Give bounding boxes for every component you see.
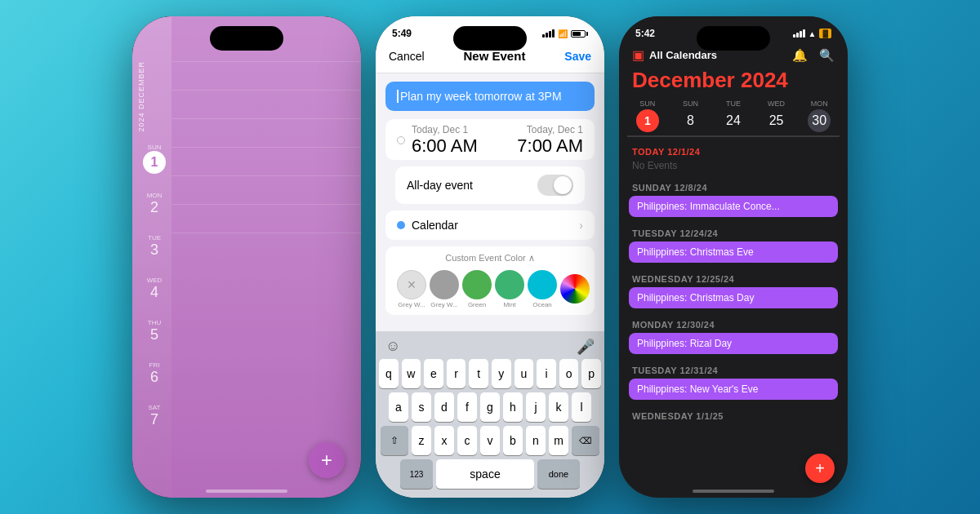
key-i[interactable]: i	[537, 359, 556, 388]
color-section: Custom Event Color ∧ Grey W... Grey W...…	[385, 246, 595, 315]
key-z[interactable]: z	[412, 426, 431, 455]
key-done[interactable]: done	[537, 459, 580, 489]
event-christmas-eve[interactable]: Philippines: Christmas Eve	[629, 241, 838, 263]
color-swatch-none	[397, 270, 426, 299]
events-list: TODAY 12/1/24 No Events SUNDAY 12/8/24 P…	[619, 140, 848, 465]
color-item-rainbow[interactable]	[560, 274, 590, 305]
section-mon30-header: MONDAY 12/30/24	[629, 313, 838, 333]
key-g[interactable]: g	[480, 392, 500, 422]
signal-icon-3	[793, 29, 805, 38]
key-shift[interactable]: ⇧	[381, 426, 408, 455]
day-sat-7-label: SAT	[149, 404, 161, 411]
mini-day-1-num: 1	[636, 109, 659, 132]
event-christmas-day[interactable]: Philippines: Christmas Day	[629, 287, 838, 308]
microphone-icon[interactable]: 🎤	[577, 338, 595, 356]
key-t[interactable]: t	[469, 359, 488, 388]
key-h[interactable]: h	[503, 392, 523, 422]
emoji-icon[interactable]: ☺	[385, 338, 400, 356]
key-x[interactable]: x	[434, 426, 454, 455]
calendar-row[interactable]: Calendar ›	[385, 210, 595, 240]
day-mon-2-num: 2	[150, 199, 158, 216]
key-a[interactable]: a	[389, 392, 408, 422]
start-date-label: Today, Dec 1	[412, 124, 494, 135]
dynamic-island-1	[210, 26, 283, 51]
key-p[interactable]: p	[581, 359, 601, 388]
sidebar-year-label: 2024 DECEMBER	[137, 61, 172, 132]
search-icon[interactable]: 🔍	[819, 48, 835, 63]
add-event-button-3[interactable]: +	[805, 454, 835, 483]
calendar-color-dot	[397, 221, 405, 229]
key-k[interactable]: k	[549, 392, 568, 422]
key-y[interactable]: y	[492, 359, 511, 388]
week-grid	[172, 16, 361, 498]
key-n[interactable]: n	[526, 426, 546, 455]
mini-day-30[interactable]: MON 30	[799, 100, 840, 132]
color-item-grey[interactable]: Grey W...	[430, 270, 459, 308]
day-sat-7-num: 7	[150, 411, 158, 428]
key-d[interactable]: d	[434, 392, 454, 422]
color-swatch-mint	[495, 270, 524, 299]
color-item-mint[interactable]: Mint	[495, 270, 524, 308]
key-f[interactable]: f	[457, 392, 477, 422]
month-title: December 2024	[619, 66, 848, 100]
save-button[interactable]: Save	[564, 50, 591, 63]
new-event-title: New Event	[464, 49, 526, 63]
mini-day-8-num: 8	[679, 109, 702, 132]
keyboard-row-2: a s d f g h j k l	[379, 392, 601, 422]
key-numbers[interactable]: 123	[400, 459, 433, 489]
key-r[interactable]: r	[447, 359, 466, 388]
key-o[interactable]: o	[559, 359, 579, 388]
day-tue-3-num: 3	[150, 241, 158, 259]
key-space[interactable]: space	[436, 459, 534, 489]
event-rizal-day[interactable]: Philippines: Rizal Day	[629, 333, 838, 354]
color-item-ocean[interactable]: Ocean	[528, 270, 557, 308]
key-s[interactable]: s	[412, 392, 431, 422]
add-event-button[interactable]: +	[309, 442, 345, 478]
color-item-green[interactable]: Green	[462, 270, 492, 308]
key-c[interactable]: c	[457, 426, 477, 455]
key-m[interactable]: m	[549, 426, 568, 455]
key-l[interactable]: l	[572, 392, 591, 422]
home-indicator-3	[693, 490, 774, 493]
mini-day-25[interactable]: WED 25	[756, 100, 797, 132]
signal-icon	[542, 29, 555, 38]
key-q[interactable]: q	[379, 359, 399, 388]
event-immaculate[interactable]: Philippines: Immaculate Conce...	[629, 196, 838, 217]
color-item-crossed[interactable]: Grey W...	[397, 270, 426, 308]
mini-day-25-label: WED	[756, 100, 797, 108]
start-time-value: 6:00 AM	[412, 135, 494, 157]
day-fri-6: FRI 6	[137, 361, 172, 386]
key-e[interactable]: e	[424, 359, 443, 388]
color-swatch-rainbow	[560, 274, 590, 304]
start-time-row[interactable]: Today, Dec 1 6:00 AM Today, Dec 1 7:00 A…	[385, 119, 595, 160]
key-u[interactable]: u	[514, 359, 534, 388]
day-sat-7: SAT 7	[137, 404, 172, 428]
section-today-header: TODAY 12/1/24	[629, 140, 838, 160]
keyboard[interactable]: ☺ 🎤 q w e r t y u i o p a s d f g h	[376, 331, 604, 498]
key-v[interactable]: v	[480, 426, 500, 455]
key-backspace[interactable]: ⌫	[572, 426, 599, 455]
color-swatch-green	[462, 270, 492, 299]
status-icons-3: ▲ ▓	[793, 29, 831, 38]
day-tue-3-label: TUE	[148, 234, 161, 241]
mini-day-8[interactable]: SUN 8	[670, 100, 711, 132]
key-b[interactable]: b	[503, 426, 523, 455]
mini-day-30-num: 30	[808, 109, 831, 132]
mini-day-1[interactable]: SUN 1	[627, 100, 668, 132]
day-fri-6-label: FRI	[149, 361, 160, 369]
mini-day-24[interactable]: TUE 24	[713, 100, 754, 132]
allday-toggle[interactable]	[537, 175, 573, 196]
phone2-screen: 5:49 📶 Cancel New Event	[376, 16, 604, 498]
mini-day-24-num: 24	[722, 109, 745, 132]
battery-icon-3: ▓	[819, 29, 831, 38]
day-sun-1-num: 1	[143, 151, 166, 174]
cancel-button[interactable]: Cancel	[389, 50, 425, 63]
event-new-years-eve[interactable]: Philippines: New Year's Eve	[629, 379, 838, 400]
color-section-label: Custom Event Color ∧	[397, 253, 583, 264]
event-name-input[interactable]: Plan my week tomorrow at 3PM	[385, 82, 595, 111]
calendar-label: Calendar	[412, 219, 458, 232]
keyboard-row-1: q w e r t y u i o p	[379, 359, 601, 388]
key-w[interactable]: w	[402, 359, 421, 388]
bell-icon[interactable]: 🔔	[792, 48, 808, 63]
key-j[interactable]: j	[526, 392, 546, 422]
